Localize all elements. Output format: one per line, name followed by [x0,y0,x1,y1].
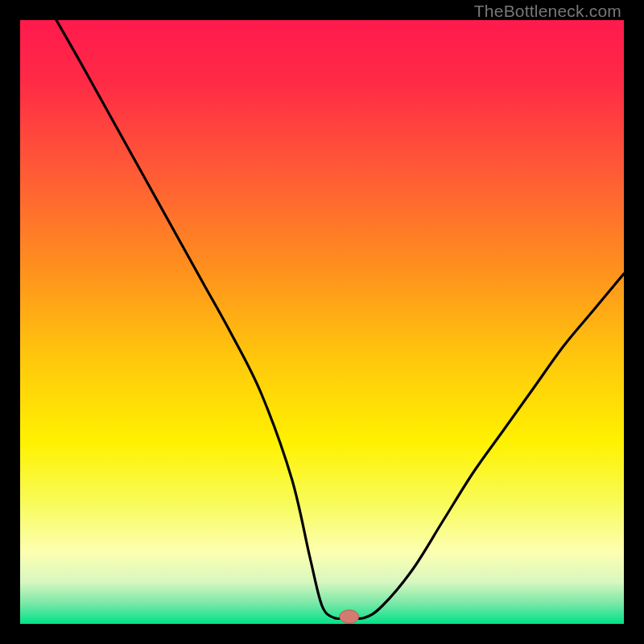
chart-background [20,20,624,624]
optimum-marker [340,610,359,624]
bottleneck-chart [20,20,624,624]
chart-frame [20,20,624,624]
watermark-text: TheBottleneck.com [474,2,621,21]
